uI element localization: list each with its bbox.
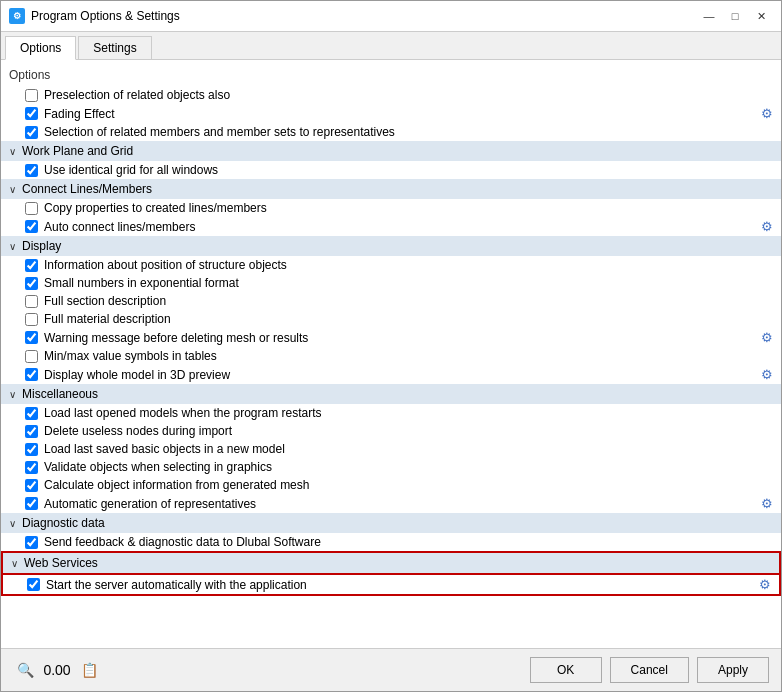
minimize-button[interactable]: — (697, 7, 721, 25)
gear-icon[interactable]: ⚙ (761, 106, 773, 121)
fading-checkbox[interactable] (25, 107, 38, 120)
clipboard-icon[interactable]: 📋 (77, 658, 101, 682)
small-numbers-label: Small numbers in exponential format (44, 276, 239, 290)
group-misc-header[interactable]: ∨ Miscellaneous (1, 384, 781, 404)
gear-icon[interactable]: ⚙ (759, 577, 771, 592)
validate-label: Validate objects when selecting in graph… (44, 460, 272, 474)
list-item: Small numbers in exponential format (1, 274, 781, 292)
group-connectlines-label: Connect Lines/Members (22, 182, 152, 196)
full-material-label: Full material description (44, 312, 171, 326)
start-server-label: Start the server automatically with the … (46, 578, 307, 592)
ok-button[interactable]: OK (530, 657, 602, 683)
info-position-label: Information about position of structure … (44, 258, 287, 272)
dialog-buttons: OK Cancel Apply (530, 657, 769, 683)
group-webservices-header[interactable]: ∨ Web Services (1, 551, 781, 575)
gear-icon[interactable]: ⚙ (761, 367, 773, 382)
apply-button[interactable]: Apply (697, 657, 769, 683)
tab-options[interactable]: Options (5, 36, 76, 60)
display-3d-label: Display whole model in 3D preview (44, 368, 230, 382)
list-item: Calculate object information from genera… (1, 476, 781, 494)
group-diagnostic-label: Diagnostic data (22, 516, 105, 530)
program-options-window: ⚙ Program Options & Settings — □ ✕ Optio… (0, 0, 782, 692)
identical-grid-checkbox[interactable] (25, 164, 38, 177)
list-item: Fading Effect ⚙ (1, 104, 781, 123)
gear-icon[interactable]: ⚙ (761, 496, 773, 511)
group-diagnostic-header[interactable]: ∨ Diagnostic data (1, 513, 781, 533)
validate-checkbox[interactable] (25, 461, 38, 474)
list-item: Min/max value symbols in tables (1, 347, 781, 365)
delete-nodes-label: Delete useless nodes during import (44, 424, 232, 438)
app-icon: ⚙ (9, 8, 25, 24)
display-3d-checkbox[interactable] (25, 368, 38, 381)
full-section-checkbox[interactable] (25, 295, 38, 308)
selection-label: Selection of related members and member … (44, 125, 395, 139)
load-saved-label: Load last saved basic objects in a new m… (44, 442, 285, 456)
minmax-checkbox[interactable] (25, 350, 38, 363)
send-feedback-checkbox[interactable] (25, 536, 38, 549)
maximize-button[interactable]: □ (723, 7, 747, 25)
group-workplane-header[interactable]: ∨ Work Plane and Grid (1, 141, 781, 161)
group-connectlines-header[interactable]: ∨ Connect Lines/Members (1, 179, 781, 199)
group-display-header[interactable]: ∨ Display (1, 236, 781, 256)
options-title: Options (1, 64, 781, 86)
chevron-down-icon: ∨ (9, 184, 16, 195)
load-saved-checkbox[interactable] (25, 443, 38, 456)
fading-label: Fading Effect (44, 107, 115, 121)
chevron-down-icon: ∨ (9, 241, 16, 252)
list-item: Delete useless nodes during import (1, 422, 781, 440)
full-material-checkbox[interactable] (25, 313, 38, 326)
content-area: Options Preselection of related objects … (1, 60, 781, 648)
search-icon[interactable]: 🔍 (13, 658, 37, 682)
list-item: Load last opened models when the program… (1, 404, 781, 422)
auto-gen-label: Automatic generation of representatives (44, 497, 256, 511)
identical-grid-label: Use identical grid for all windows (44, 163, 218, 177)
group-webservices-label: Web Services (24, 556, 98, 570)
preselection-label: Preselection of related objects also (44, 88, 230, 102)
gear-icon[interactable]: ⚙ (761, 219, 773, 234)
bottom-bar: 🔍 0.00 📋 OK Cancel Apply (1, 648, 781, 691)
send-feedback-label: Send feedback & diagnostic data to Dluba… (44, 535, 321, 549)
window-controls: — □ ✕ (697, 7, 773, 25)
list-item: Warning message before deleting mesh or … (1, 328, 781, 347)
group-webservices-items: Start the server automatically with the … (1, 575, 781, 596)
options-section: Options Preselection of related objects … (1, 60, 781, 648)
auto-connect-checkbox[interactable] (25, 220, 38, 233)
group-misc-items: Load last opened models when the program… (1, 404, 781, 513)
load-last-label: Load last opened models when the program… (44, 406, 322, 420)
warning-msg-checkbox[interactable] (25, 331, 38, 344)
gear-icon[interactable]: ⚙ (761, 330, 773, 345)
list-item: Auto connect lines/members ⚙ (1, 217, 781, 236)
list-item: Full material description (1, 310, 781, 328)
list-item: Load last saved basic objects in a new m… (1, 440, 781, 458)
delete-nodes-checkbox[interactable] (25, 425, 38, 438)
zero-value-display: 0.00 (45, 658, 69, 682)
group-misc-label: Miscellaneous (22, 387, 98, 401)
group-general-items: Preselection of related objects also Fad… (1, 86, 781, 141)
group-workplane-items: Use identical grid for all windows (1, 161, 781, 179)
list-item: Automatic generation of representatives … (1, 494, 781, 513)
warning-msg-label: Warning message before deleting mesh or … (44, 331, 308, 345)
close-button[interactable]: ✕ (749, 7, 773, 25)
scrollable-content[interactable]: Preselection of related objects also Fad… (1, 86, 781, 648)
preselection-checkbox[interactable] (25, 89, 38, 102)
copy-props-checkbox[interactable] (25, 202, 38, 215)
group-diagnostic-items: Send feedback & diagnostic data to Dluba… (1, 533, 781, 551)
copy-props-label: Copy properties to created lines/members (44, 201, 267, 215)
tab-settings[interactable]: Settings (78, 36, 151, 59)
list-item: Full section description (1, 292, 781, 310)
list-item: Information about position of structure … (1, 256, 781, 274)
start-server-checkbox[interactable] (27, 578, 40, 591)
info-position-checkbox[interactable] (25, 259, 38, 272)
auto-gen-checkbox[interactable] (25, 497, 38, 510)
selection-checkbox[interactable] (25, 126, 38, 139)
chevron-down-icon: ∨ (9, 518, 16, 529)
title-bar: ⚙ Program Options & Settings — □ ✕ (1, 1, 781, 32)
cancel-button[interactable]: Cancel (610, 657, 689, 683)
small-numbers-checkbox[interactable] (25, 277, 38, 290)
list-item: Preselection of related objects also (1, 86, 781, 104)
list-item: Selection of related members and member … (1, 123, 781, 141)
calc-obj-checkbox[interactable] (25, 479, 38, 492)
auto-connect-label: Auto connect lines/members (44, 220, 195, 234)
load-last-checkbox[interactable] (25, 407, 38, 420)
calc-obj-label: Calculate object information from genera… (44, 478, 309, 492)
